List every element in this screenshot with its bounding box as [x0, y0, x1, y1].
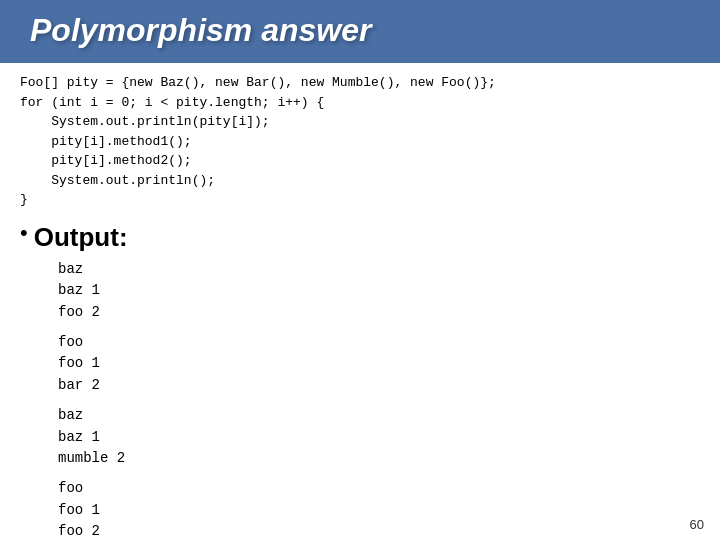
output-group-1: baz baz 1 foo 2	[58, 259, 700, 324]
output-line: baz	[58, 405, 700, 427]
output-line: foo 1	[58, 500, 700, 522]
bullet-icon: •	[20, 220, 28, 246]
output-line: mumble 2	[58, 448, 700, 470]
output-line: baz	[58, 259, 700, 281]
content-area: Foo[] pity = {new Baz(), new Bar(), new …	[0, 63, 720, 540]
page-number: 60	[690, 517, 704, 532]
output-group-4: foo foo 1 foo 2	[58, 478, 700, 540]
output-line: bar 2	[58, 375, 700, 397]
header: Polymorphism answer	[0, 0, 720, 63]
output-line: baz 1	[58, 280, 700, 302]
output-header: • Output:	[20, 222, 700, 253]
output-group-3: baz baz 1 mumble 2	[58, 405, 700, 470]
output-line: foo	[58, 332, 700, 354]
output-label: Output:	[34, 222, 128, 253]
output-groups: baz baz 1 foo 2 foo foo 1 bar 2 baz baz …	[20, 259, 700, 540]
output-line: baz 1	[58, 427, 700, 449]
output-line: foo 2	[58, 302, 700, 324]
code-block: Foo[] pity = {new Baz(), new Bar(), new …	[20, 73, 700, 210]
output-line: foo 1	[58, 353, 700, 375]
output-section: • Output: baz baz 1 foo 2 foo foo 1 bar …	[20, 222, 700, 541]
slide-title: Polymorphism answer	[30, 12, 690, 49]
output-line: foo 2	[58, 521, 700, 540]
output-group-2: foo foo 1 bar 2	[58, 332, 700, 397]
output-line: foo	[58, 478, 700, 500]
